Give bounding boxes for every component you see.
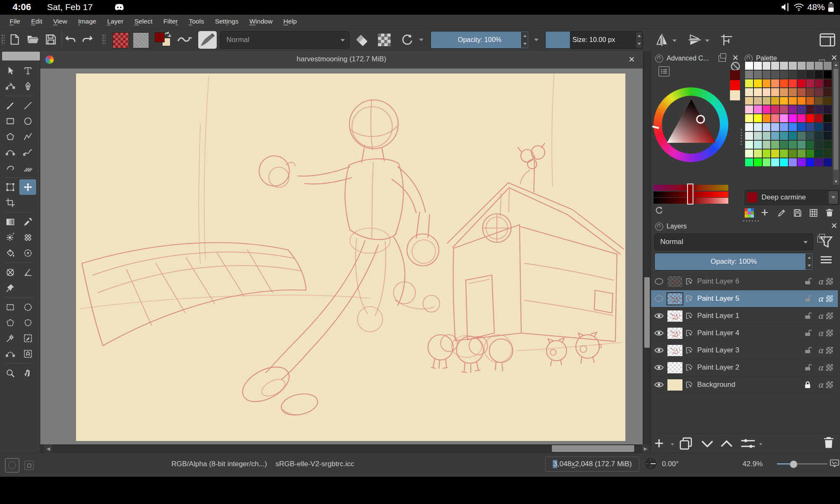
move-layer-down-button[interactable]: [700, 436, 715, 451]
palette-swatch[interactable]: [745, 105, 753, 114]
menu-tools[interactable]: Tools: [184, 17, 208, 26]
toolbar-grip-2[interactable]: [102, 34, 105, 45]
palette-swatch[interactable]: [797, 131, 806, 140]
palette-swatch[interactable]: [753, 79, 762, 88]
trim-image-button[interactable]: [719, 33, 734, 47]
alpha-channel-icon[interactable]: α: [815, 328, 826, 338]
delete-layer-button[interactable]: [822, 436, 835, 449]
palette-swatch[interactable]: [797, 158, 806, 167]
foreground-background-colors[interactable]: [154, 32, 171, 49]
horizontal-scrollbar-thumb[interactable]: [552, 445, 634, 452]
palette-swatch[interactable]: [797, 61, 806, 70]
canvas[interactable]: [76, 74, 625, 441]
recent-color-1[interactable]: [730, 80, 740, 90]
palette-swatch[interactable]: [814, 88, 823, 97]
palette-swatch[interactable]: [745, 149, 753, 158]
tool-similar-color-select[interactable]: [19, 331, 36, 346]
alpha-channel-icon[interactable]: α: [815, 363, 826, 372]
palette-swatch[interactable]: [823, 97, 832, 105]
image-dimensions-button[interactable]: 3,048 x 2,048 (172.7 MiB): [545, 457, 639, 472]
palette-swatch[interactable]: [771, 79, 780, 88]
palette-swatch[interactable]: [780, 105, 788, 114]
opacity-spinner[interactable]: [521, 32, 528, 48]
palette-swatch[interactable]: [788, 114, 797, 123]
visibility-off-icon[interactable]: [651, 295, 667, 302]
alpha-channel-icon[interactable]: α: [815, 277, 826, 286]
alpha-channel-icon[interactable]: α: [815, 294, 826, 303]
alpha-channel-icon[interactable]: α: [815, 311, 826, 320]
layer-unlocked-icon[interactable]: [803, 363, 812, 372]
palette-swatch[interactable]: [814, 79, 823, 88]
palette-swatch[interactable]: [780, 123, 788, 131]
visibility-on-icon[interactable]: [651, 381, 667, 388]
alpha-inherit-checker-icon[interactable]: [826, 312, 833, 319]
palette-swatch[interactable]: [780, 61, 788, 70]
inherit-alpha-icon[interactable]: [685, 312, 693, 320]
panel-lock-icon[interactable]: [655, 55, 663, 63]
palette-swatch[interactable]: [806, 97, 815, 105]
palette-swatch[interactable]: [814, 158, 823, 167]
duplicate-layer-button[interactable]: [679, 436, 693, 451]
alpha-inherit-checker-icon[interactable]: [826, 364, 833, 371]
palette-swatch[interactable]: [753, 97, 762, 105]
tool-smart-patch[interactable]: [19, 230, 36, 245]
properties-caret[interactable]: [759, 444, 762, 446]
layers-header[interactable]: Layers: [655, 221, 739, 232]
open-document-button[interactable]: [26, 33, 39, 46]
brush-editor-icon[interactable]: [176, 33, 193, 46]
alpha-channel-icon[interactable]: α: [815, 346, 826, 355]
shade-center-swatch[interactable]: [687, 184, 693, 205]
palette-swatch[interactable]: [788, 140, 797, 149]
visibility-off-icon[interactable]: [651, 278, 667, 285]
menu-edit[interactable]: Edit: [26, 17, 47, 26]
layer-unlocked-icon[interactable]: [803, 294, 812, 303]
tool-assistants[interactable]: [2, 265, 18, 280]
layer-row-paint-layer-6[interactable]: Paint Layer 6α: [651, 273, 838, 290]
palette-swatch[interactable]: [823, 149, 832, 158]
pattern-chooser-swatch[interactable]: [133, 32, 149, 48]
layers-close-icon[interactable]: ✕: [831, 222, 837, 230]
tool-magnetic-select[interactable]: [19, 346, 36, 362]
palette-swatch[interactable]: [753, 61, 762, 70]
inherit-alpha-icon[interactable]: [685, 346, 693, 354]
layer-row-paint-layer-4[interactable]: Paint Layer 4α: [651, 325, 838, 342]
palette-swatch[interactable]: [762, 158, 771, 167]
docker-drag-handle[interactable]: [742, 220, 759, 222]
inherit-alpha-icon[interactable]: [685, 329, 693, 337]
menu-image[interactable]: Image: [74, 17, 101, 26]
palette-swatch[interactable]: [814, 70, 823, 79]
menu-settings[interactable]: Settings: [210, 17, 243, 26]
palette-swatch[interactable]: [797, 105, 806, 114]
palette-swatch[interactable]: [745, 79, 753, 88]
palette-swatch[interactable]: [823, 61, 832, 70]
palette-swatch[interactable]: [823, 140, 832, 149]
layer-row-paint-layer-3[interactable]: Paint Layer 3α: [651, 342, 838, 359]
palette-swatch[interactable]: [823, 105, 832, 114]
palette-swatch[interactable]: [788, 105, 797, 114]
tool-line[interactable]: [19, 98, 36, 113]
selection-display-mode-button[interactable]: [5, 458, 19, 472]
scroll-right-arrow[interactable]: ▶: [642, 444, 649, 453]
mirror-vertical-button[interactable]: [654, 33, 669, 47]
palette-swatch[interactable]: [753, 88, 762, 97]
layer-opacity-spinner[interactable]: [806, 254, 812, 270]
palette-swatch[interactable]: [797, 149, 806, 158]
palette-swatch[interactable]: [806, 88, 815, 97]
palette-swatch[interactable]: [771, 114, 780, 123]
palette-swatch[interactable]: [771, 131, 780, 140]
gradient-chooser-swatch[interactable]: [113, 32, 129, 48]
inherit-alpha-icon[interactable]: [685, 381, 693, 388]
tool-edit-shapes[interactable]: [2, 79, 18, 94]
palette-swatch[interactable]: [753, 131, 762, 140]
palette-swatch[interactable]: [762, 70, 771, 79]
alpha-inherit-checker-icon[interactable]: [826, 295, 833, 302]
layer-thumbnail[interactable]: [667, 276, 683, 288]
palette-swatch[interactable]: [806, 131, 815, 140]
palette-swatch[interactable]: [753, 158, 762, 167]
palette-swatch[interactable]: [780, 149, 788, 158]
palette-swatch[interactable]: [823, 79, 832, 88]
layer-unlocked-icon[interactable]: [803, 329, 812, 337]
blending-mode-dropdown[interactable]: Normal: [220, 31, 349, 49]
close-document-icon[interactable]: ✕: [628, 55, 635, 64]
layer-opacity-slider[interactable]: Opacity: 100%: [654, 253, 813, 270]
